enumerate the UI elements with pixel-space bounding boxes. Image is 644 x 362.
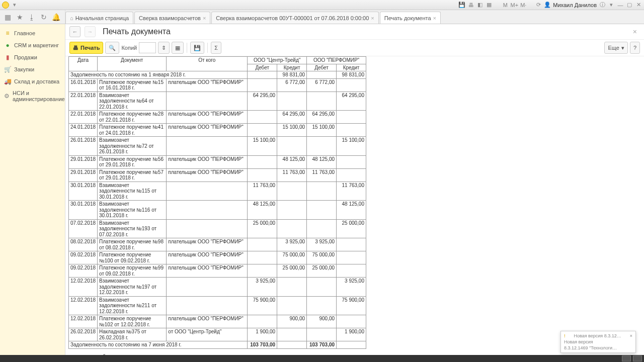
back-button[interactable]: ←	[69, 26, 80, 37]
cell: 48 125,00	[337, 201, 366, 220]
cell: 16.01.2018	[69, 78, 98, 92]
notif-line: Новая версия	[564, 339, 632, 344]
scale-button[interactable]: ⇕	[158, 42, 170, 54]
cell: Платежное поручение №41 от 24.01.2018 г.	[98, 124, 167, 137]
sidebar-item-sales[interactable]: ▮Продажи	[0, 51, 65, 63]
m-plus-icon[interactable]: M+	[511, 2, 518, 9]
cell	[307, 137, 337, 156]
cell	[307, 92, 337, 111]
edit-button[interactable]: ▦	[172, 42, 184, 54]
cell	[248, 264, 277, 278]
m-minus-icon[interactable]: M·	[520, 2, 527, 9]
cell: 48 125,00	[277, 155, 307, 168]
table-row: 12.02.2018Платежное поручение №102 от 12…	[69, 315, 366, 328]
minimize-icon[interactable]: —	[617, 2, 624, 9]
settings-dropdown-icon[interactable]: ▾	[608, 2, 615, 9]
download-icon[interactable]: ⭳	[27, 13, 36, 22]
help-button[interactable]: ?	[630, 42, 640, 54]
tab-label: Печать документа	[384, 15, 431, 21]
close-window-icon[interactable]: ✕	[635, 2, 642, 9]
info-icon[interactable]: ⓘ	[599, 2, 606, 9]
cell	[167, 296, 248, 315]
summary-value	[277, 341, 307, 349]
sidebar-item-admin[interactable]: ⚙НСИ и администрирование	[0, 87, 65, 105]
scale-icon: ⇕	[162, 45, 166, 51]
table-row: 30.01.2018Взаимозачет задолженности №115…	[69, 182, 366, 201]
table-row: 07.02.2018Взаимозачет задолженности №193…	[69, 219, 366, 238]
sidebar-label: Закупки	[14, 66, 34, 72]
cell: 26.02.2018	[69, 328, 98, 341]
cell: плательщик ООО "ПЕРФОМИР"	[167, 155, 248, 168]
cell: 15 100,00	[277, 124, 307, 137]
cell: 11 763,00	[248, 182, 277, 201]
apps-icon[interactable]: ▦	[3, 13, 12, 22]
cell	[337, 168, 366, 182]
summary-value	[248, 71, 277, 79]
pause-button[interactable]	[622, 355, 631, 361]
copies-input[interactable]	[139, 42, 156, 53]
dropdown-icon[interactable]: ▾	[11, 2, 18, 9]
print-icon[interactable]: 🖶	[467, 2, 474, 9]
col-doc: Документ	[98, 57, 167, 71]
player-bar	[0, 355, 644, 362]
tab-reconciliation-doc[interactable]: Сверка взаиморасчетов 00УТ-000001 от 07.…	[211, 12, 378, 24]
sidebar-item-main[interactable]: ≡Главное	[0, 27, 65, 39]
cell	[167, 182, 248, 201]
close-page-icon[interactable]: ×	[633, 28, 640, 36]
forward-button[interactable]: →	[85, 26, 96, 37]
cell: 3 925,00	[248, 278, 277, 297]
close-tab-icon[interactable]: ×	[203, 15, 206, 21]
print-button[interactable]: 🖶Печать	[69, 42, 103, 54]
close-tab-icon[interactable]: ×	[433, 15, 436, 21]
table-summary-row: Задолженность по состоянию на 7 июня 201…	[69, 341, 366, 349]
bell-icon[interactable]: 🔔	[51, 13, 60, 22]
sidebar-item-purchases[interactable]: 🛒Закупки	[0, 63, 65, 75]
refresh-icon[interactable]: ⟳	[535, 2, 542, 9]
maximize-icon[interactable]: ▢	[626, 2, 633, 9]
close-notif-icon[interactable]: ×	[630, 333, 632, 338]
close-tab-icon[interactable]: ×	[371, 15, 374, 21]
summary-label: Задолженность по состоянию на 7 июня 201…	[69, 341, 248, 349]
more-button[interactable]: Еще▾	[604, 42, 627, 54]
save-icon[interactable]: 💾	[458, 2, 465, 9]
m-icon[interactable]: M	[502, 2, 509, 9]
sidebar-item-warehouse[interactable]: 🚚Склад и доставка	[0, 75, 65, 87]
sum-button[interactable]: Σ	[211, 42, 221, 54]
cell	[307, 278, 337, 297]
cell: Платежное поручение №102 от 12.02.2018 г…	[98, 315, 167, 328]
sidebar-label: CRM и маркетинг	[14, 42, 59, 48]
cell: 25 000,00	[248, 219, 277, 238]
cell	[307, 328, 337, 341]
cell: 48 125,00	[307, 155, 337, 168]
sidebar-item-crm[interactable]: ●CRM и маркетинг	[0, 39, 65, 51]
star-icon[interactable]: ★	[15, 13, 24, 22]
fullscreen-button[interactable]	[633, 355, 642, 361]
preview-button[interactable]: 🔍	[105, 42, 119, 54]
col-from: От кого	[167, 57, 248, 71]
cell: 15 100,00	[307, 124, 337, 137]
cell: плательщик ООО "ПЕРФОМИР"	[167, 78, 248, 92]
tab-print-doc[interactable]: Печать документа×	[380, 12, 441, 24]
content-header: ← → Печать документа ×	[65, 24, 644, 40]
notification-popup[interactable]: !Новая версия 8.3.12…× Новая версия 8.3.…	[560, 331, 636, 353]
cell	[248, 168, 277, 182]
cell	[277, 296, 307, 315]
history-icon[interactable]: ↻	[39, 13, 48, 22]
cell: Взаимозачет задолженности №211 от 12.02.…	[98, 296, 167, 315]
sales-icon: ▮	[4, 54, 11, 61]
table-row: 09.02.2018Платежное поручение №99 от 09.…	[69, 264, 366, 278]
cell	[307, 201, 337, 220]
compare-icon[interactable]: ◧	[476, 2, 484, 9]
cell: плательщик ООО "ПЕРФОМИР"	[167, 264, 248, 278]
tab-reconciliation-list[interactable]: Сверка взаиморасчетов×	[134, 12, 210, 24]
document-scroll[interactable]: Дата Документ От кого ООО "Центр-Трейд" …	[65, 56, 644, 355]
tab-label: Сверка взаиморасчетов	[139, 15, 201, 21]
disk-icon: 💾	[194, 45, 201, 51]
save-button[interactable]: 💾	[190, 42, 204, 54]
tab-home[interactable]: ⌂Начальная страница	[65, 12, 133, 24]
sidebar-label: Склад и доставка	[14, 78, 59, 84]
cell: Платежное поручение №98 от 08.02.2018 г.	[98, 238, 167, 251]
calc-icon[interactable]: ▦	[486, 2, 493, 9]
cell	[248, 251, 277, 264]
summary-value: 103 703,00	[307, 341, 337, 349]
